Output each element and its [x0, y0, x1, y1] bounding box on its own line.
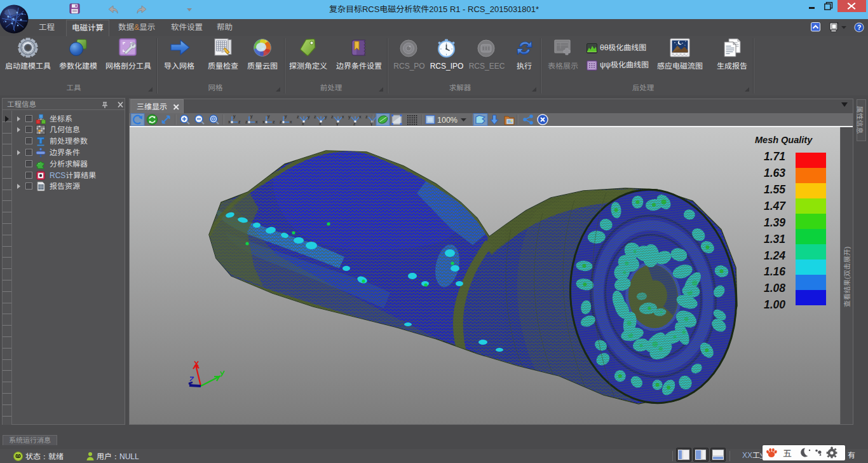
svg-text:z: z: [314, 114, 316, 119]
svg-text:z: z: [238, 120, 241, 124]
svg-text:x: x: [255, 120, 258, 124]
svg-text:x: x: [262, 120, 265, 124]
svg-text:x: x: [359, 114, 362, 119]
svg-text:x: x: [302, 121, 304, 126]
svg-text:z: z: [331, 114, 334, 119]
svg-text:y: y: [285, 114, 287, 119]
svg-text:y: y: [325, 114, 327, 120]
svg-text:x: x: [290, 120, 292, 124]
svg-text:z: z: [273, 120, 275, 124]
svg-text:?: ?: [857, 24, 862, 31]
svg-text:z: z: [280, 120, 282, 124]
svg-text:x: x: [342, 114, 344, 119]
svg-text:100%: 100%: [437, 116, 458, 125]
svg-text:五: 五: [783, 446, 792, 459]
svg-text:z: z: [245, 120, 248, 124]
svg-text:x: x: [319, 121, 322, 126]
svg-text:y: y: [250, 114, 253, 119]
svg-text:y: y: [348, 114, 351, 120]
svg-text:z: z: [297, 114, 299, 119]
svg-text:y: y: [268, 114, 270, 119]
svg-text:y: y: [233, 114, 236, 119]
svg-text:x: x: [228, 120, 231, 124]
svg-text:z: z: [365, 114, 368, 119]
svg-text:z: z: [353, 121, 356, 126]
svg-text:y: y: [308, 114, 310, 120]
